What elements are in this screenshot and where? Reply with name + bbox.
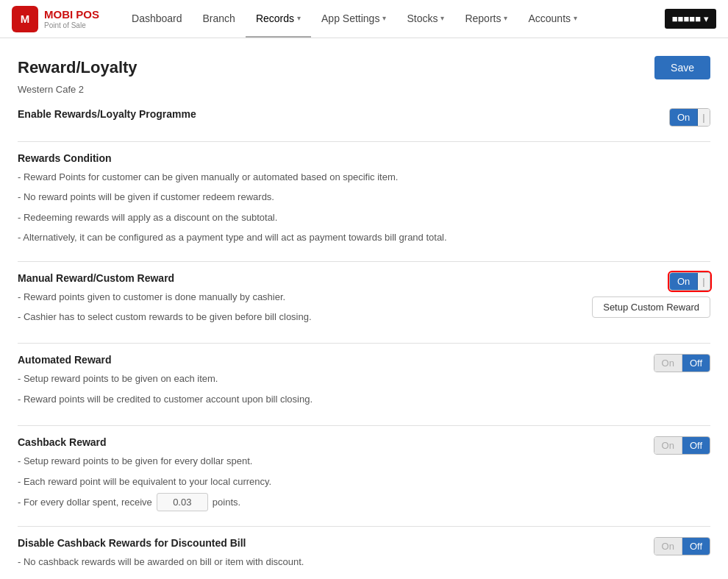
disable-cashback-control: On Off xyxy=(622,537,710,555)
manual-reward-title: Manual Reward/Custom Reward xyxy=(18,272,592,284)
main-content: Reward/Loyalty Save Western Cafe 2 Enabl… xyxy=(0,38,728,579)
nav-branch[interactable]: Branch xyxy=(193,0,246,38)
automated-reward-row: Automated Reward - Setup reward points t… xyxy=(18,354,710,411)
rewards-condition-line-3: - Alternatively, it can be configured as… xyxy=(18,229,710,246)
automated-reward-body: Automated Reward - Setup reward points t… xyxy=(18,354,622,411)
disable-cashback-row: Disable Cashback Rewards for Discounted … xyxy=(18,537,710,573)
stocks-caret: ▾ xyxy=(440,14,444,22)
user-caret: ▾ xyxy=(704,13,709,24)
rewards-condition-line-0: - Reward Points for customer can be give… xyxy=(18,168,710,185)
divider-1 xyxy=(18,141,710,142)
logo-subtitle: Point of Sale xyxy=(44,21,99,30)
toggle-pipe: | xyxy=(698,109,709,126)
reports-caret: ▾ xyxy=(504,14,507,22)
enable-rewards-body: Enable Rewards/Loyalty Programme xyxy=(18,108,622,124)
logo-icon: M xyxy=(12,6,38,32)
manual-reward-line-1: - Cashier has to select custom rewards t… xyxy=(18,308,592,325)
cashback-points-line: - For every dollar spent, receive points… xyxy=(18,493,622,511)
manual-reward-section: Manual Reward/Custom Reward - Reward poi… xyxy=(18,272,710,329)
divider-2 xyxy=(18,261,710,262)
rewards-condition-line-1: - No reward points will be given if cust… xyxy=(18,188,710,205)
automated-reward-toggle[interactable]: On Off xyxy=(654,354,710,372)
cashback-reward-section: Cashback Reward - Setup reward points to… xyxy=(18,436,710,511)
cashback-points-input[interactable] xyxy=(157,493,208,511)
rewards-condition-title: Rewards Condition xyxy=(18,152,710,164)
cashback-toggle-off: Off xyxy=(682,437,710,454)
nav-items: Dashboard Branch Records ▾ App Settings … xyxy=(121,0,665,38)
cashback-reward-control: On Off xyxy=(622,436,710,455)
nav-right: ■■■■■ ▾ xyxy=(665,9,716,29)
enable-rewards-section: Enable Rewards/Loyalty Programme On | xyxy=(18,108,710,127)
disable-cashback-toggle[interactable]: On Off xyxy=(654,537,710,555)
toggle-on-label: On xyxy=(670,109,698,126)
manual-reward-body: Manual Reward/Custom Reward - Reward poi… xyxy=(18,272,592,329)
logo-text: MOBI POS Point of Sale xyxy=(44,8,99,30)
logo-title: MOBI POS xyxy=(44,8,99,21)
nav-accounts[interactable]: Accounts ▾ xyxy=(518,0,588,38)
cashback-reward-line-0: - Setup reward points to be given for ev… xyxy=(18,452,622,469)
nav-records[interactable]: Records ▾ xyxy=(246,0,311,38)
manual-reward-pipe: | xyxy=(698,273,709,290)
save-button[interactable]: Save xyxy=(654,56,710,79)
page-title: Reward/Loyalty xyxy=(18,58,138,77)
cashback-reward-body: Cashback Reward - Setup reward points to… xyxy=(18,436,622,511)
manual-reward-toggle[interactable]: On | xyxy=(669,272,710,291)
automated-reward-control: On Off xyxy=(622,354,710,372)
nav-reports[interactable]: Reports ▾ xyxy=(454,0,518,38)
nav-stocks[interactable]: Stocks ▾ xyxy=(396,0,454,38)
manual-reward-row: Manual Reward/Custom Reward - Reward poi… xyxy=(18,272,710,329)
enable-rewards-title: Enable Rewards/Loyalty Programme xyxy=(18,108,622,120)
cashback-reward-title: Cashback Reward xyxy=(18,436,622,448)
disable-cashback-line-0: - No cashback rewards will be awarded on… xyxy=(18,553,622,570)
cashback-reward-row: Cashback Reward - Setup reward points to… xyxy=(18,436,710,511)
branch-name: Western Cafe 2 xyxy=(18,84,710,95)
app-settings-caret: ▾ xyxy=(382,14,386,22)
cashback-toggle-on: On xyxy=(654,437,682,454)
enable-rewards-toggle[interactable]: On | xyxy=(669,108,710,127)
cashback-reward-toggle[interactable]: On Off xyxy=(654,436,710,455)
divider-5 xyxy=(18,526,710,527)
disable-cashback-body: Disable Cashback Rewards for Discounted … xyxy=(18,537,622,573)
cashback-line-prefix: - For every dollar spent, receive xyxy=(18,497,152,508)
disable-cashback-section: Disable Cashback Rewards for Discounted … xyxy=(18,537,710,573)
nav-app-settings[interactable]: App Settings ▾ xyxy=(311,0,396,38)
accounts-caret: ▾ xyxy=(574,14,577,22)
manual-reward-toggle-on: On xyxy=(670,273,698,290)
rewards-condition-section: Rewards Condition - Reward Points for cu… xyxy=(18,152,710,246)
divider-3 xyxy=(18,343,710,344)
logo-area: M MOBI POS Point of Sale xyxy=(12,6,99,32)
automated-reward-line-1: - Reward points will be credited to cust… xyxy=(18,391,622,408)
enable-rewards-control: On | xyxy=(622,108,710,127)
disable-cashback-title: Disable Cashback Rewards for Discounted … xyxy=(18,537,622,549)
automated-toggle-off: Off xyxy=(682,355,710,372)
cashback-reward-line-1: - Each reward point will be equivalent t… xyxy=(18,473,622,490)
automated-toggle-on: On xyxy=(654,355,682,372)
automated-reward-title: Automated Reward xyxy=(18,354,622,366)
enable-rewards-row: Enable Rewards/Loyalty Programme On | xyxy=(18,108,710,127)
disable-cashback-toggle-off: Off xyxy=(682,538,710,555)
automated-reward-section: Automated Reward - Setup reward points t… xyxy=(18,354,710,411)
nav-dashboard[interactable]: Dashboard xyxy=(121,0,193,38)
divider-4 xyxy=(18,425,710,426)
navbar: M MOBI POS Point of Sale Dashboard Branc… xyxy=(0,0,728,38)
manual-reward-line-0: - Reward points given to customer is don… xyxy=(18,288,592,305)
cashback-line-suffix: points. xyxy=(213,497,240,508)
user-menu[interactable]: ■■■■■ ▾ xyxy=(665,9,716,29)
manual-reward-control: On | Setup Custom Reward xyxy=(592,272,710,318)
records-caret: ▾ xyxy=(297,14,301,22)
setup-custom-reward-button[interactable]: Setup Custom Reward xyxy=(592,296,710,318)
automated-reward-line-0: - Setup reward points to be given on eac… xyxy=(18,370,622,387)
disable-cashback-toggle-on: On xyxy=(654,538,682,555)
page-header: Reward/Loyalty Save xyxy=(18,56,710,79)
rewards-condition-line-2: - Redeeming rewards will apply as a disc… xyxy=(18,209,710,226)
